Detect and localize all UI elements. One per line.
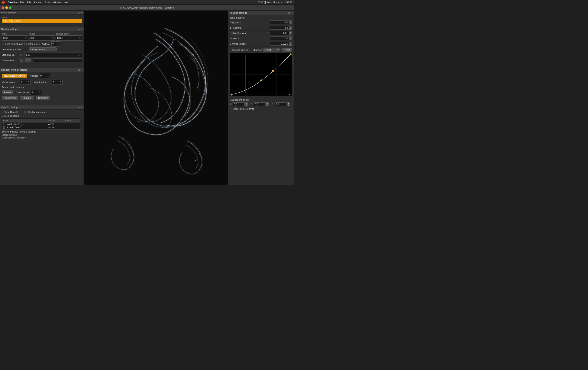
anti-aliasing-select[interactable]: Strong (default) ▾ <box>29 47 57 51</box>
device-col-speed: Speed <box>64 119 80 122</box>
device-table-scrollbar[interactable] <box>80 118 82 129</box>
stopping-sl-input[interactable] <box>26 54 43 56</box>
device-col-name: Name <box>2 119 48 122</box>
brightness-down[interactable]: ▼ <box>289 22 292 24</box>
apply-before-curves-checkbox[interactable] <box>230 108 232 110</box>
device-col-vendor: Vendor <box>48 119 64 122</box>
r-input[interactable] <box>233 102 244 106</box>
svg-point-7 <box>171 116 172 117</box>
menu-file[interactable]: File <box>20 1 24 4</box>
svg-marker-23 <box>289 94 291 96</box>
r-up[interactable]: ▲ <box>245 102 248 104</box>
b-up[interactable]: ▲ <box>287 102 290 104</box>
imaging-icon2[interactable]: ✕ <box>291 12 292 14</box>
highlight-power-up[interactable]: ▲ <box>289 31 292 33</box>
ultra-quality-checkbox[interactable] <box>24 43 27 45</box>
lock-aspect-checkbox[interactable]: ✓ <box>2 43 4 45</box>
menubar-status: 100 % 🔋 Mar. 21 janv. à 12 57 46 <box>256 1 292 4</box>
world-browser-selected[interactable]: Apo7X-131202-5 <box>2 19 82 23</box>
rwg-icon1[interactable]: ⊞ <box>78 69 80 71</box>
menu-edit[interactable]: Edit <box>27 1 31 4</box>
close-button[interactable] <box>2 6 4 9</box>
vibrancy-input[interactable] <box>270 36 289 40</box>
canvas-content[interactable] <box>84 11 228 185</box>
device-row-1[interactable]: ✓Intel(R) Core(T... Apple <box>2 126 80 129</box>
max-iterators-input[interactable] <box>53 81 58 83</box>
opencl-icon2[interactable]: ✕ <box>81 106 82 109</box>
highlight-power-down[interactable]: ▼ <box>289 33 292 35</box>
selectors-button[interactable]: Selectors <box>36 96 50 100</box>
menu-window[interactable]: Window <box>53 1 61 4</box>
gamma-thresh-down[interactable]: ▼ <box>289 44 292 46</box>
double-precision-label: Double precision <box>28 111 46 113</box>
width-input[interactable] <box>3 37 16 39</box>
menu-tools[interactable]: Tools <box>44 1 50 4</box>
maximize-button[interactable] <box>9 6 11 9</box>
b-input[interactable] <box>275 102 286 106</box>
highlight-power-checkbox[interactable] <box>266 32 268 34</box>
curve-svg <box>230 53 292 96</box>
gamma-thresh-input[interactable] <box>270 42 289 46</box>
iteration-depth-label: Iteration depth <box>56 33 82 35</box>
max-individual-label: Max individual mem alloc: <box>2 137 26 139</box>
batch-mode-checkbox[interactable] <box>21 59 23 62</box>
min-iterators-label: Min iterators <box>2 81 19 83</box>
imaging-icon1[interactable]: ⊞ <box>288 12 290 14</box>
channel-select[interactable]: Overall ▾ <box>263 48 280 52</box>
palette-button[interactable]: Palette <box>2 90 14 95</box>
g-down[interactable]: ▼ <box>266 104 269 106</box>
highlight-power-input[interactable] <box>270 31 289 35</box>
minimize-button[interactable] <box>5 6 8 9</box>
stopping-sl-checkbox[interactable] <box>21 54 23 56</box>
width-label: Width <box>2 33 28 35</box>
gamma-down[interactable]: ▼ <box>289 28 292 30</box>
opencl-icon1[interactable]: ⊞ <box>78 106 80 109</box>
colour-nodes-input[interactable] <box>32 91 38 94</box>
vibrancy-down[interactable]: ▼ <box>289 38 292 40</box>
iteration-depth-input[interactable] <box>57 37 70 39</box>
canvas-hscroll[interactable] <box>84 185 228 185</box>
r-down[interactable]: ▼ <box>245 104 248 106</box>
aa-level-input[interactable] <box>52 43 57 45</box>
batch-mode-dots-button[interactable]: ... <box>24 58 31 63</box>
curve-canvas[interactable] <box>230 53 292 96</box>
render-settings-icon1[interactable]: ⊞ <box>78 28 80 31</box>
opencl-settings-section: OpenCL settings ⊞ ✕ Use OpenCL ✓ Double … <box>0 105 84 141</box>
vibrancy-up[interactable]: ▲ <box>289 36 292 38</box>
height-label: Height <box>29 33 55 35</box>
gamma-label: 1 / Gamma <box>230 26 241 29</box>
rwg-icon2[interactable]: ✕ <box>81 69 82 71</box>
gamma-input[interactable] <box>270 26 289 30</box>
batch-mode-input[interactable] <box>34 59 51 62</box>
device-row-0[interactable]: ✓AMD Radeon R... Apple <box>2 122 80 126</box>
transforms-button[interactable]: Transforms <box>2 96 18 100</box>
use-opencl-checkbox[interactable] <box>2 111 4 113</box>
min-iterators-input[interactable] <box>21 81 26 83</box>
svg-point-4 <box>202 72 202 73</box>
world-browser-icon1[interactable]: ⊞ <box>78 11 80 14</box>
g-up[interactable]: ▲ <box>266 102 269 104</box>
gamma-thresh-up[interactable]: ▲ <box>289 42 292 44</box>
render-settings-icon2[interactable]: ✕ <box>81 28 82 31</box>
new-random-worlds-button[interactable]: New random worlds <box>2 74 27 78</box>
g-input[interactable] <box>254 102 266 106</box>
apple-menu-icon[interactable]: 🍎 <box>2 1 5 4</box>
shaders-button[interactable]: Shaders <box>20 96 34 100</box>
b-down[interactable]: ▼ <box>287 104 290 106</box>
tone-mapping-section: Tone mapping Brightness ▲ ▼ 1 / Gamma ▲ <box>228 15 294 46</box>
menu-help[interactable]: Help <box>64 1 69 4</box>
height-input[interactable] <box>30 37 43 39</box>
anti-aliasing-label: Anti-aliasing mode <box>2 48 27 51</box>
imaging-settings-title: Imaging settings <box>230 11 247 14</box>
double-precision-checkbox[interactable]: ✓ <box>24 111 27 113</box>
canvas-area: Rendering, 49s elapsed. Sampling level: … <box>84 11 228 185</box>
brightness-input[interactable] <box>270 21 289 24</box>
brightness-up[interactable]: ▲ <box>289 21 292 22</box>
device-speed-0 <box>64 122 80 126</box>
reset-button[interactable]: Reset <box>281 48 292 52</box>
number-input[interactable] <box>40 75 46 77</box>
menu-render[interactable]: Render <box>34 1 42 4</box>
gamma-up[interactable]: ▲ <box>289 26 292 28</box>
world-browser-icon2[interactable]: ✕ <box>81 11 82 14</box>
lock-aspect-label: Lock aspect ratio <box>5 43 23 45</box>
